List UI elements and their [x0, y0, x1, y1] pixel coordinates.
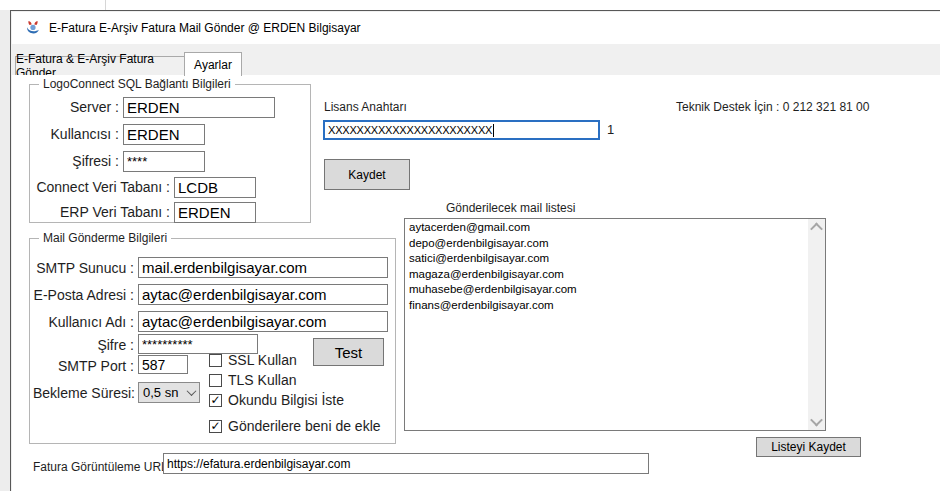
license-counter: 1 — [607, 122, 614, 137]
smtp-server-input[interactable] — [138, 257, 388, 278]
sql-password-label: Şifresi : — [33, 153, 119, 170]
tls-checkbox[interactable] — [209, 374, 222, 387]
erp-db-input[interactable] — [174, 202, 256, 223]
cc-self-checkbox[interactable]: ✓ — [209, 420, 222, 433]
app-window: E-Fatura E-Arşiv Fatura Mail Gönder @ ER… — [10, 10, 940, 491]
sql-user-label: Kullancısı : — [33, 126, 119, 143]
read-receipt-checkbox-row[interactable]: ✓ Okundu Bilgisi İste — [209, 392, 344, 408]
license-key-input[interactable]: XXXXXXXXXXXXXXXXXXXXXXX — [323, 120, 600, 140]
support-phone-text: Teknik Destek İçin : 0 212 321 81 00 — [676, 100, 869, 114]
sql-user-input[interactable] — [123, 124, 205, 145]
invoice-url-input[interactable] — [163, 453, 649, 474]
server-label: Server : — [33, 99, 119, 116]
mail-password-input[interactable] — [138, 334, 258, 354]
email-address-label: E-Posta Adresi : — [33, 287, 134, 304]
smtp-port-label: SMTP Port : — [33, 358, 134, 375]
chevron-down-icon — [810, 414, 823, 427]
sql-group-title: LogoConnect SQL Bağlantı Bilgileri — [39, 77, 235, 91]
chevron-up-icon — [810, 223, 823, 236]
list-item[interactable]: aytacerden@gmail.com — [407, 220, 806, 236]
mail-list[interactable]: aytacerden@gmail.comdepo@erdenbilgisayar… — [404, 218, 826, 431]
mail-group-title: Mail Gönderme Bilgileri — [39, 231, 171, 245]
ssl-checkbox-label: SSL Kullan — [228, 352, 297, 368]
tls-checkbox-label: TLS Kullan — [228, 372, 296, 388]
read-receipt-checkbox[interactable]: ✓ — [209, 394, 222, 407]
screen: E-Fatura E-Arşiv Fatura Mail Gönder @ ER… — [0, 0, 940, 491]
save-license-button[interactable]: Kaydet — [324, 159, 410, 190]
mail-username-input[interactable] — [138, 311, 388, 332]
title-bar[interactable]: E-Fatura E-Arşiv Fatura Mail Gönder @ ER… — [12, 12, 940, 44]
erp-db-label: ERP Veri Tabanı : — [33, 204, 170, 221]
mail-list-items: aytacerden@gmail.comdepo@erdenbilgisayar… — [407, 220, 806, 429]
scroll-up-button[interactable] — [808, 219, 825, 236]
background-divider — [105, 0, 106, 10]
mail-list-scrollbar[interactable] — [808, 219, 825, 430]
list-item[interactable]: satici@erdenbilgisayar.com — [407, 251, 806, 267]
list-item[interactable]: depo@erdenbilgisayar.com — [407, 236, 806, 252]
mail-password-label: Şifre : — [33, 337, 134, 354]
window-title: E-Fatura E-Arşiv Fatura Mail Gönder @ ER… — [49, 21, 361, 35]
cc-self-checkbox-label: Gönderilere beni de ekle — [228, 418, 381, 434]
wait-time-select[interactable]: 0,5 sn — [138, 382, 200, 403]
license-key-value: XXXXXXXXXXXXXXXXXXXXXXX — [328, 124, 492, 136]
tls-checkbox-row[interactable]: TLS Kullan — [209, 372, 296, 388]
server-input[interactable] — [123, 97, 275, 118]
list-item[interactable]: magaza@erdenbilgisayar.com — [407, 267, 806, 283]
ssl-checkbox-row[interactable]: SSL Kullan — [209, 352, 297, 368]
test-button[interactable]: Test — [313, 338, 384, 366]
list-item[interactable]: finans@erdenbilgisayar.com — [407, 298, 806, 314]
cc-self-checkbox-row[interactable]: ✓ Gönderilere beni de ekle — [209, 418, 381, 434]
wait-time-value: 0,5 sn — [143, 385, 178, 400]
wait-time-label: Bekleme Süresi: — [33, 385, 134, 402]
scroll-down-button[interactable] — [808, 413, 825, 430]
sql-password-input[interactable] — [123, 151, 205, 172]
save-list-button[interactable]: Listeyi Kaydet — [756, 437, 861, 457]
list-item[interactable]: muhasebe@erdenbilgisayar.com — [407, 282, 806, 298]
app-logo-icon — [25, 20, 41, 36]
settings-tab-page: LogoConnect SQL Bağlantı Bilgileri Serve… — [12, 75, 940, 491]
license-key-label: Lisans Anahtarı — [324, 100, 407, 114]
tab-efatura-earsiv-fatura-gonder[interactable]: E-Fatura & E-Arşiv Fatura Gönder — [15, 56, 185, 76]
smtp-port-input[interactable] — [138, 355, 188, 374]
chevron-down-icon — [187, 386, 197, 396]
email-address-input[interactable] — [138, 284, 388, 305]
connect-db-input[interactable] — [174, 177, 256, 198]
smtp-server-label: SMTP Sunucu : — [33, 260, 134, 277]
connect-db-label: Connect Veri Tabanı : — [33, 179, 170, 196]
read-receipt-checkbox-label: Okundu Bilgisi İste — [228, 392, 344, 408]
ssl-checkbox[interactable] — [209, 354, 222, 367]
mail-username-label: Kullanıcı Adı : — [33, 314, 134, 331]
text-caret — [493, 124, 494, 137]
mail-list-title: Gönderilecek mail listesi — [446, 201, 575, 215]
tab-ayarlar[interactable]: Ayarlar — [184, 52, 242, 76]
